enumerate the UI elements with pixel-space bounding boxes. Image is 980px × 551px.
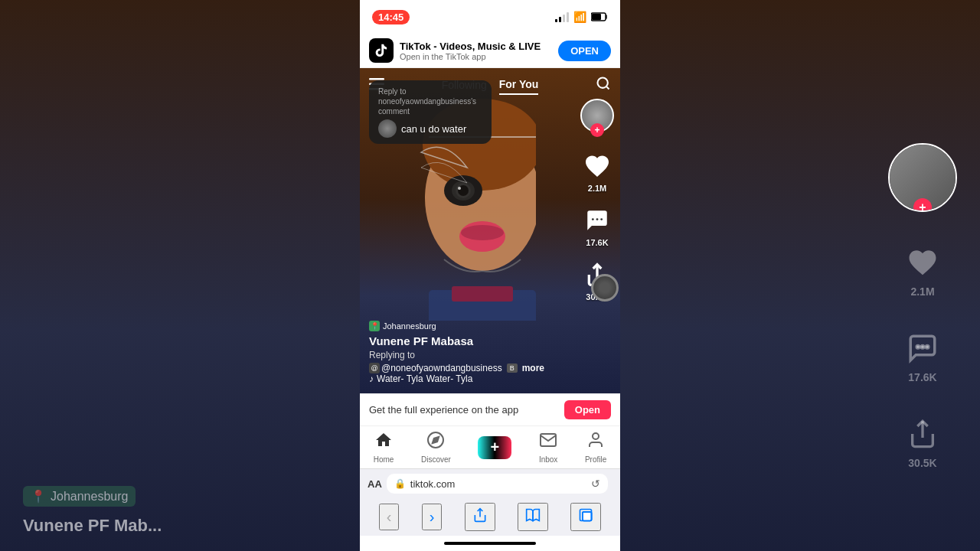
browser-toolbar: ‹ › bbox=[360, 498, 620, 536]
bg-heart-icon bbox=[903, 243, 942, 282]
app-experience-banner: Get the full experience on the app Open bbox=[360, 393, 620, 425]
video-area[interactable]: Following For You Reply to noneofyaownda… bbox=[360, 68, 620, 393]
location-icon: 📍 bbox=[369, 321, 380, 331]
browser-tabs-button[interactable] bbox=[570, 503, 601, 531]
browser-url-bar[interactable]: 🔒 tiktok.com ↺ bbox=[387, 474, 608, 494]
video-tags: @ @noneofyaowndangbusiness B more bbox=[369, 363, 577, 373]
follow-plus-icon: + bbox=[590, 123, 604, 137]
creator-avatar-wrap[interactable]: + bbox=[580, 99, 614, 132]
music-disc bbox=[591, 274, 619, 302]
bg-share-action: 30.5K bbox=[903, 414, 942, 469]
music-name2: Water- Tyla bbox=[426, 373, 473, 384]
svg-point-25 bbox=[600, 218, 603, 220]
more-button[interactable]: more bbox=[522, 363, 544, 373]
bg-location: 📍 Johannesburg bbox=[23, 486, 136, 507]
bg-username: Vunene PF Mab... bbox=[23, 516, 162, 536]
browser-forward-button[interactable]: › bbox=[422, 504, 443, 530]
svg-marker-28 bbox=[433, 437, 439, 443]
profile-icon bbox=[586, 431, 605, 454]
bar3 bbox=[563, 15, 565, 22]
phone-container: 14:45 📶 TikTok - Videos, Music & LIVE Op… bbox=[360, 0, 620, 551]
lock-icon: 🔒 bbox=[394, 478, 406, 489]
wifi-icon: 📶 bbox=[573, 11, 586, 23]
commenter-avatar bbox=[378, 119, 397, 138]
heart-icon bbox=[582, 151, 612, 181]
svg-line-22 bbox=[606, 86, 609, 89]
tab-for-you[interactable]: For You bbox=[499, 75, 539, 95]
tiktok-subtitle: Open in the TikTok app bbox=[400, 52, 541, 61]
nav-discover[interactable]: Discover bbox=[421, 431, 451, 464]
app-banner-text: Get the full experience on the app bbox=[369, 404, 518, 416]
browser-aa[interactable]: AA bbox=[368, 478, 382, 490]
comment-body: can u do water bbox=[378, 119, 482, 138]
browser-bookmarks-button[interactable] bbox=[518, 503, 548, 531]
browser-back-button[interactable]: ‹ bbox=[379, 504, 400, 530]
discover-icon bbox=[426, 431, 445, 454]
mention-b-badge: B bbox=[507, 364, 518, 373]
inbox-icon bbox=[539, 431, 557, 454]
likes-count: 2.1M bbox=[588, 184, 606, 193]
tiktok-app-banner: TikTok - Videos, Music & LIVE Open in th… bbox=[360, 34, 620, 68]
app-banner-open-button[interactable]: Open bbox=[564, 400, 611, 419]
url-text: tiktok.com bbox=[410, 478, 586, 490]
svg-rect-17 bbox=[452, 286, 513, 302]
browser-url-bar-container: AA 🔒 tiktok.com ↺ bbox=[360, 468, 620, 498]
music-tag: ♪ Water- Tyla Water- Tyla bbox=[369, 373, 577, 384]
svg-rect-32 bbox=[583, 512, 592, 521]
nav-profile-label: Profile bbox=[585, 455, 606, 464]
svg-point-29 bbox=[593, 433, 599, 439]
svg-point-2 bbox=[926, 346, 929, 349]
comment-action[interactable]: 17.6K bbox=[582, 205, 612, 247]
browser-share-button[interactable] bbox=[465, 503, 495, 531]
comment-icon bbox=[582, 205, 612, 236]
music-note-icon: ♪ bbox=[369, 373, 374, 384]
home-indicator bbox=[360, 536, 620, 551]
bg-like-action: 2.1M bbox=[903, 243, 942, 298]
video-username: Vunene PF Mabasa bbox=[369, 334, 577, 347]
nav-home-label: Home bbox=[374, 455, 394, 464]
music-name: Water- Tyla bbox=[377, 373, 423, 384]
mention-badge: @ bbox=[369, 363, 380, 373]
reply-label: Reply to noneofyaowndangbusiness's comme… bbox=[378, 86, 482, 116]
tiktok-banner-left: TikTok - Videos, Music & LIVE Open in th… bbox=[369, 38, 541, 63]
home-bar bbox=[444, 542, 536, 545]
nav-discover-label: Discover bbox=[421, 455, 451, 464]
battery-icon bbox=[591, 12, 608, 21]
nav-profile[interactable]: Profile bbox=[585, 431, 606, 464]
nav-home[interactable]: Home bbox=[374, 431, 394, 464]
bg-right-panel: + 2.1M 17.6K 30.5K bbox=[620, 0, 980, 551]
bg-follow-plus-icon: + bbox=[913, 198, 932, 212]
status-icons: 📶 bbox=[555, 11, 608, 23]
search-icon[interactable] bbox=[593, 73, 614, 98]
bar1 bbox=[555, 19, 557, 22]
bg-shares-count: 30.5K bbox=[908, 457, 936, 469]
bar2 bbox=[559, 17, 561, 22]
like-action[interactable]: 2.1M bbox=[582, 151, 612, 193]
tiktok-open-button[interactable]: OPEN bbox=[558, 41, 611, 61]
svg-rect-5 bbox=[592, 14, 601, 20]
bg-creator-avatar: + bbox=[888, 143, 957, 212]
signal-icon bbox=[555, 11, 569, 22]
nav-inbox[interactable]: Inbox bbox=[539, 431, 557, 464]
svg-point-23 bbox=[592, 218, 594, 220]
location-tag: 📍 Johannesburg bbox=[369, 321, 436, 331]
home-icon bbox=[374, 431, 393, 454]
svg-point-15 bbox=[461, 225, 504, 240]
comments-count: 17.6K bbox=[586, 238, 608, 247]
bar4 bbox=[567, 12, 569, 22]
nav-plus[interactable]: + bbox=[478, 436, 511, 459]
bg-comment-icon bbox=[903, 328, 942, 368]
reload-icon[interactable]: ↺ bbox=[591, 478, 600, 490]
bg-likes-count: 2.1M bbox=[910, 285, 934, 298]
comment-text: can u do water bbox=[401, 123, 466, 135]
tiktok-logo bbox=[369, 38, 394, 63]
svg-point-21 bbox=[597, 77, 607, 87]
bg-comments-count: 17.6K bbox=[908, 371, 936, 383]
location-pin-icon: 📍 bbox=[31, 489, 46, 504]
svg-point-0 bbox=[916, 346, 920, 349]
tiktok-info: TikTok - Videos, Music & LIVE Open in th… bbox=[400, 41, 541, 61]
bg-share-icon bbox=[903, 414, 942, 454]
create-plus-icon: + bbox=[478, 436, 511, 459]
tiktok-title: TikTok - Videos, Music & LIVE bbox=[400, 41, 541, 52]
bg-left-panel: 📍 Johannesburg Vunene PF Mab... bbox=[0, 0, 360, 551]
